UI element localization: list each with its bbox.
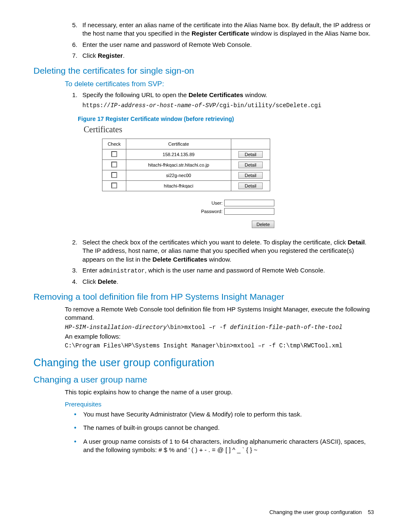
list-body: Enter administrator, which is the user n… (82, 266, 374, 275)
command-template: HP-SIM-installation-directory\bin>mxtool… (65, 324, 374, 331)
delete-steps-list: 1. Specify the following URL to open the… (65, 91, 374, 110)
changing-intro: This topic explains how to change the na… (65, 388, 374, 396)
list-body: If necessary, enter an alias name of the… (82, 21, 374, 38)
bullet-icon: • (74, 410, 83, 419)
checkbox[interactable] (111, 182, 117, 188)
list-body: Specify the following URL to open the De… (82, 91, 374, 110)
text: window. (207, 256, 232, 263)
subheading-delete-from-svp: To delete certificates from SVP: (65, 80, 374, 88)
header-certificate: Certificate (126, 139, 231, 149)
list-number: 4. (65, 278, 82, 286)
list-item: • You must have Security Administrator (… (74, 410, 374, 419)
page-footer: Changing the user group configuration 53 (269, 509, 374, 515)
bullet-icon: • (74, 424, 83, 432)
cert-cell: si22g-nec00 (126, 170, 231, 181)
detail-button[interactable]: Detail (238, 162, 263, 168)
table-header-row: Check Certificate (102, 139, 270, 149)
list-number: 2. (65, 238, 82, 264)
example-command: C:\Program Files\HP\Systems Insight Mana… (65, 342, 374, 349)
list-item: 3.Enter administrator, which is the user… (65, 266, 374, 275)
list-body: Click Delete. (82, 278, 374, 286)
cert-cell: hitachi-fhkqaci (126, 181, 231, 191)
login-form: User: Password: Delete (102, 200, 374, 228)
list-body: Click Register. (82, 51, 374, 60)
heading-changing-config: Changing the user group configuration (33, 357, 374, 369)
list-number: 6. (65, 41, 82, 49)
list-body: Select the check box of the certificates… (82, 238, 374, 264)
list-number: 5. (65, 21, 82, 38)
list-number: 1. (65, 91, 82, 110)
user-row: User: (102, 200, 274, 206)
cert-cell: hitachi-fhkqaci.str.hitachi.co.jp (126, 160, 231, 170)
bold-text: Detail (348, 239, 365, 246)
delete-button[interactable]: Delete (252, 221, 274, 228)
detail-button[interactable]: Detail (238, 182, 263, 189)
detail-button[interactable]: Detail (238, 151, 263, 158)
bullet-text: The names of built-in groups cannot be c… (83, 424, 220, 432)
list-item: • The names of built-in groups cannot be… (74, 424, 374, 432)
certificates-table: Check Certificate 158.214.135.89 Detail … (102, 139, 270, 191)
list-item: 6. Enter the user name and password of R… (65, 41, 374, 49)
list-item: • A user group name consists of 1 to 64 … (74, 437, 374, 455)
bold-text: Delete Certificates (153, 256, 207, 263)
mono-text: administrator (99, 267, 145, 274)
checkbox[interactable] (111, 162, 117, 167)
password-label: Password: (201, 209, 223, 214)
figure-caption: Figure 17 Register Certificate window (b… (78, 116, 374, 122)
removing-intro: To remove a Remote Web Console tool defi… (65, 305, 374, 322)
top-ordered-list: 5. If necessary, enter an alias name of … (65, 21, 374, 60)
user-label: User: (212, 200, 223, 206)
bullet-icon: • (74, 437, 83, 455)
text: Enter (82, 267, 99, 274)
list-item: 4.Click Delete. (65, 278, 374, 286)
text: Click (82, 278, 98, 285)
list-item: 7. Click Register. (65, 51, 374, 60)
example-label: An example follows: (65, 332, 374, 341)
list-body: Enter the user name and password of Remo… (82, 41, 374, 49)
footer-text: Changing the user group configuration (269, 509, 362, 515)
certificates-window: Certificates Check Certificate 158.214.1… (84, 125, 374, 228)
list-number: 7. (65, 51, 82, 60)
document-page: 5. If necessary, enter an alias name of … (0, 0, 399, 532)
text: . (117, 278, 118, 285)
bullet-text: A user group name consists of 1 to 64 ch… (83, 437, 374, 455)
url-line: https://IP-address-or-host-name-of-SVP/c… (82, 101, 374, 110)
checkbox[interactable] (111, 172, 117, 178)
detail-button[interactable]: Detail (238, 172, 263, 179)
bullet-text: You must have Security Administrator (Vi… (83, 410, 302, 419)
heading-changing-name: Changing a user group name (33, 375, 374, 385)
table-row: si22g-nec00 Detail (102, 170, 270, 181)
list-item: 1. Specify the following URL to open the… (65, 91, 374, 110)
delete-button-row: Delete (102, 221, 274, 228)
text: Select the check box of the certificates… (82, 239, 348, 246)
delete-steps-after: 2.Select the check box of the certificat… (65, 238, 374, 286)
list-number: 3. (65, 266, 82, 275)
bold-text: Delete (98, 278, 117, 285)
user-input[interactable] (224, 200, 274, 206)
header-check: Check (102, 139, 126, 149)
table-row: hitachi-fhkqaci Detail (102, 181, 270, 191)
list-item: 5. If necessary, enter an alias name of … (65, 21, 374, 38)
cert-cell: 158.214.135.89 (126, 149, 231, 160)
header-detail (231, 139, 270, 149)
prerequisites-list: • You must have Security Administrator (… (74, 410, 374, 454)
list-item: 2.Select the check box of the certificat… (65, 238, 374, 264)
prerequisites-heading: Prerequisites (65, 401, 374, 408)
table-row: hitachi-fhkqaci.str.hitachi.co.jp Detail (102, 160, 270, 170)
heading-deleting-certificates: Deleting the certificates for single sig… (33, 66, 374, 76)
table-row: 158.214.135.89 Detail (102, 149, 270, 160)
checkbox[interactable] (111, 151, 117, 157)
password-input[interactable] (224, 208, 274, 215)
heading-removing-tool: Removing a tool definition file from HP … (33, 292, 374, 302)
page-number: 53 (368, 509, 374, 515)
certificates-title: Certificates (84, 125, 374, 134)
password-row: Password: (102, 208, 274, 215)
text: , which is the user name and password of… (145, 267, 325, 274)
